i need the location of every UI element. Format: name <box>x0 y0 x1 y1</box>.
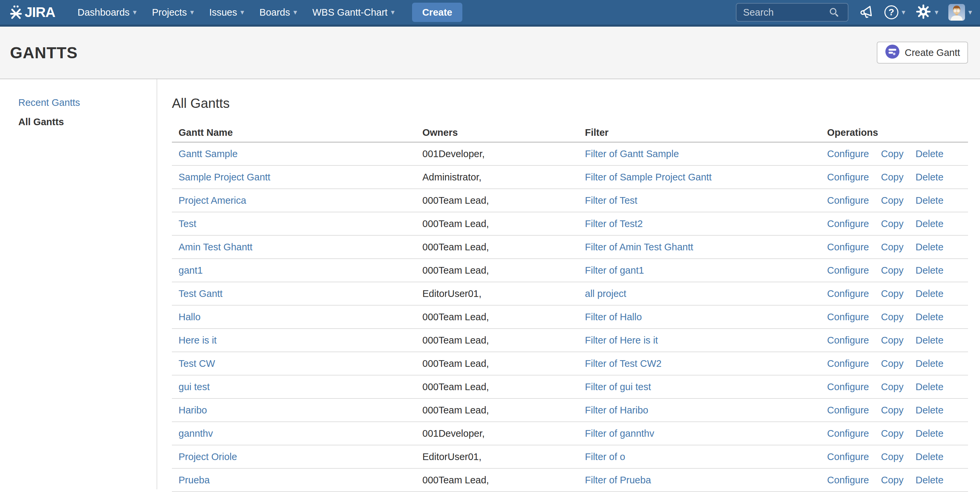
column-header-filter: Filter <box>585 127 827 138</box>
copy-link[interactable]: Copy <box>881 475 904 486</box>
filter-link[interactable]: Filter of Test CW2 <box>585 358 662 369</box>
delete-link[interactable]: Delete <box>915 475 943 486</box>
gantt-name-link[interactable]: Test CW <box>178 358 215 369</box>
copy-link[interactable]: Copy <box>881 451 904 462</box>
delete-link[interactable]: Delete <box>915 242 943 253</box>
help-menu[interactable]: ? ▾ <box>885 5 905 19</box>
filter-link[interactable]: Filter of Amin Test Ghantt <box>585 242 693 252</box>
gantt-name-link[interactable]: gant1 <box>178 265 203 276</box>
announcement-megaphone-icon[interactable] <box>858 4 874 20</box>
filter-link[interactable]: Filter of Haribo <box>585 405 648 416</box>
admin-menu[interactable]: ▾ <box>915 4 939 21</box>
copy-link[interactable]: Copy <box>881 405 904 416</box>
delete-link[interactable]: Delete <box>915 428 943 439</box>
sidebar-item-recent-gantts[interactable]: Recent Gantts <box>18 96 157 109</box>
gantt-name-link[interactable]: Test Gantt <box>178 288 223 299</box>
filter-link[interactable]: Filter of o <box>585 451 625 462</box>
configure-link[interactable]: Configure <box>827 195 869 206</box>
copy-link[interactable]: Copy <box>881 428 904 439</box>
nav-dashboards[interactable]: Dashboards ▾ <box>70 0 144 25</box>
filter-link[interactable]: Filter of gannthv <box>585 428 654 439</box>
gantt-name-link[interactable]: Here is it <box>178 335 216 346</box>
gantt-name-link[interactable]: gannthv <box>178 428 213 439</box>
configure-link[interactable]: Configure <box>827 172 869 183</box>
filter-link[interactable]: Filter of Hallo <box>585 311 642 322</box>
filter-link[interactable]: Filter of gui test <box>585 381 651 392</box>
nav-wbs-gantt-chart[interactable]: WBS Gantt-Chart ▾ <box>305 0 402 25</box>
configure-link[interactable]: Configure <box>827 381 869 392</box>
create-gantt-button[interactable]: Create Gantt <box>877 41 968 63</box>
delete-link[interactable]: Delete <box>915 358 943 369</box>
copy-link[interactable]: Copy <box>881 148 904 159</box>
owner-cell: 001Developer, <box>422 428 585 439</box>
sidebar-item-all-gantts[interactable]: All Gantts <box>18 115 157 129</box>
delete-link[interactable]: Delete <box>915 172 943 183</box>
configure-link[interactable]: Configure <box>827 428 869 439</box>
delete-link[interactable]: Delete <box>915 288 943 299</box>
configure-link[interactable]: Configure <box>827 311 869 322</box>
main-panel: All Gantts Gantt Name Owners Filter Oper… <box>157 79 980 489</box>
delete-link[interactable]: Delete <box>915 218 943 229</box>
gantt-name-link[interactable]: Sample Project Gantt <box>178 172 270 183</box>
gantt-name-link[interactable]: Amin Test Ghantt <box>178 242 253 252</box>
owner-cell: 000Team Lead, <box>422 358 585 369</box>
configure-link[interactable]: Configure <box>827 265 869 276</box>
copy-link[interactable]: Copy <box>881 311 904 322</box>
copy-link[interactable]: Copy <box>881 381 904 392</box>
filter-link[interactable]: Filter of Gantt Sample <box>585 148 679 159</box>
gantt-name-link[interactable]: Project Oriole <box>178 451 237 462</box>
configure-link[interactable]: Configure <box>827 475 869 486</box>
configure-link[interactable]: Configure <box>827 451 869 462</box>
gantt-name-link[interactable]: Gantt Sample <box>178 148 237 159</box>
copy-link[interactable]: Copy <box>881 288 904 299</box>
table-row: gannthv 001Developer, Filter of gannthv … <box>172 422 968 445</box>
delete-link[interactable]: Delete <box>915 195 943 206</box>
copy-link[interactable]: Copy <box>881 172 904 183</box>
filter-link[interactable]: all project <box>585 288 626 299</box>
delete-link[interactable]: Delete <box>915 335 943 346</box>
nav-projects[interactable]: Projects ▾ <box>144 0 202 25</box>
jira-logo[interactable]: JIRA <box>10 4 55 20</box>
filter-link[interactable]: Filter of Here is it <box>585 335 658 346</box>
configure-link[interactable]: Configure <box>827 242 869 253</box>
nav-boards[interactable]: Boards ▾ <box>252 0 305 25</box>
configure-link[interactable]: Configure <box>827 148 869 159</box>
user-menu[interactable]: ▾ <box>948 4 972 21</box>
configure-link[interactable]: Configure <box>827 288 869 299</box>
nav-issues[interactable]: Issues ▾ <box>202 0 252 25</box>
operations-cell: ConfigureCopyDelete <box>827 335 968 346</box>
gantt-name-link[interactable]: Hallo <box>178 311 200 322</box>
delete-link[interactable]: Delete <box>915 311 943 322</box>
delete-link[interactable]: Delete <box>915 265 943 276</box>
configure-link[interactable]: Configure <box>827 218 869 229</box>
avatar <box>948 4 965 21</box>
gantt-name-link[interactable]: Project America <box>178 195 246 206</box>
copy-link[interactable]: Copy <box>881 242 904 253</box>
table-row: Sample Project Gantt Administrator, Filt… <box>172 166 968 189</box>
filter-link[interactable]: Filter of Sample Project Gantt <box>585 172 711 183</box>
copy-link[interactable]: Copy <box>881 265 904 276</box>
delete-link[interactable]: Delete <box>915 405 943 416</box>
filter-link[interactable]: Filter of gant1 <box>585 265 644 276</box>
gantt-name-link[interactable]: Test <box>178 218 196 229</box>
create-button[interactable]: Create <box>412 3 462 22</box>
search-icon[interactable] <box>830 8 837 15</box>
gantt-table-body: Gantt Sample 001Developer, Filter of Gan… <box>172 143 968 492</box>
delete-link[interactable]: Delete <box>915 381 943 392</box>
filter-link[interactable]: Filter of Test2 <box>585 218 643 229</box>
configure-link[interactable]: Configure <box>827 335 869 346</box>
copy-link[interactable]: Copy <box>881 195 904 206</box>
copy-link[interactable]: Copy <box>881 335 904 346</box>
delete-link[interactable]: Delete <box>915 148 943 159</box>
gantt-name-link[interactable]: Prueba <box>178 475 210 485</box>
gantt-name-link[interactable]: Haribo <box>178 405 207 416</box>
delete-link[interactable]: Delete <box>915 451 943 462</box>
filter-link[interactable]: Filter of Test <box>585 195 637 206</box>
filter-link[interactable]: Filter of Prueba <box>585 475 651 485</box>
configure-link[interactable]: Configure <box>827 358 869 369</box>
copy-link[interactable]: Copy <box>881 218 904 229</box>
gantt-name-link[interactable]: gui test <box>178 381 210 392</box>
gantt-table: Gantt Name Owners Filter Operations Gant… <box>172 123 968 492</box>
configure-link[interactable]: Configure <box>827 405 869 416</box>
copy-link[interactable]: Copy <box>881 358 904 369</box>
